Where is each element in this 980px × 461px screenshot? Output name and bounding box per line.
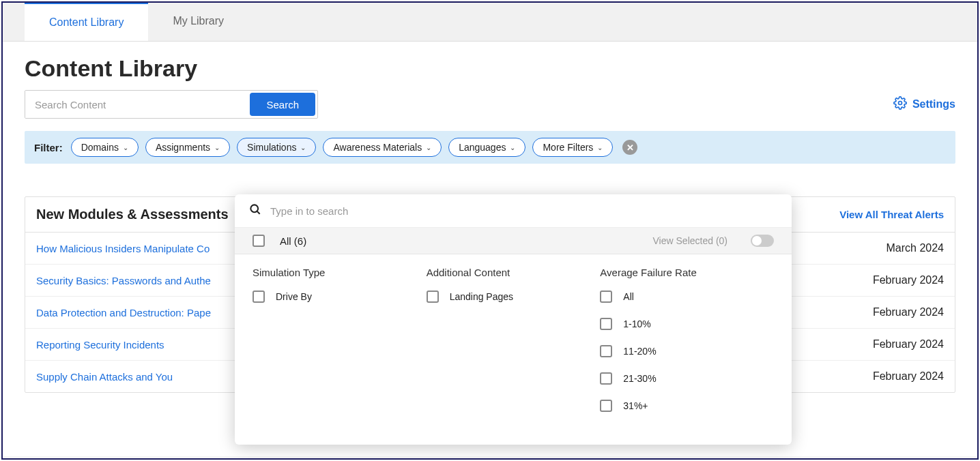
all-label: All (6) xyxy=(280,235,306,247)
column-failure-rate: Average Failure Rate All 1-10% 11-20% 21… xyxy=(600,267,774,427)
filter-pill-awareness[interactable]: Awareness Materials⌄ xyxy=(323,138,442,157)
checkbox[interactable] xyxy=(600,372,612,385)
chevron-down-icon: ⌄ xyxy=(214,144,220,151)
row-date: February 2024 xyxy=(873,370,944,383)
gear-icon xyxy=(893,96,907,113)
column-title: Additional Content xyxy=(427,267,601,278)
simulations-filter-dropdown: All (6) View Selected (0) Simulation Typ… xyxy=(235,194,792,445)
checkbox[interactable] xyxy=(600,400,612,412)
column-title: Average Failure Rate xyxy=(600,267,774,278)
row-link[interactable]: Reporting Security Incidents xyxy=(36,339,164,351)
filter-pill-simulations[interactable]: Simulations⌄ xyxy=(237,138,316,157)
chevron-down-icon: ⌄ xyxy=(426,144,431,151)
pill-label: Assignments xyxy=(156,142,210,153)
row-link[interactable]: Security Basics: Passwords and Authe xyxy=(36,275,211,286)
filter-pill-languages[interactable]: Languages⌄ xyxy=(448,138,525,157)
settings-label: Settings xyxy=(912,98,955,110)
checkbox[interactable] xyxy=(253,291,265,303)
chevron-down-icon: ⌄ xyxy=(597,144,603,151)
option-label: 1-10% xyxy=(623,318,650,329)
option-failure-all[interactable]: All xyxy=(600,291,774,303)
option-failure-21-30[interactable]: 21-30% xyxy=(600,372,774,385)
filter-pill-more[interactable]: More Filters⌄ xyxy=(532,138,613,157)
svg-line-2 xyxy=(257,211,260,214)
svg-point-1 xyxy=(250,205,258,212)
view-selected-label: View Selected (0) xyxy=(653,235,727,246)
page-title: Content Library xyxy=(25,55,955,82)
section-title: New Modules & Assessments xyxy=(36,207,229,222)
option-label: 31%+ xyxy=(623,400,648,411)
search-input[interactable] xyxy=(25,91,248,118)
column-additional-content: Additional Content Landing Pages xyxy=(427,267,601,427)
option-failure-31plus[interactable]: 31%+ xyxy=(600,400,774,412)
tab-my-library[interactable]: My Library xyxy=(148,3,248,41)
pill-label: Domains xyxy=(81,142,119,153)
option-landing-pages[interactable]: Landing Pages xyxy=(427,291,601,303)
tab-bar: Content Library My Library xyxy=(3,3,977,42)
checkbox[interactable] xyxy=(600,318,612,330)
checkbox[interactable] xyxy=(600,291,612,303)
row-link[interactable]: Supply Chain Attacks and You xyxy=(36,371,173,383)
row-date: February 2024 xyxy=(873,306,944,318)
option-label: Drive By xyxy=(276,291,312,302)
tab-content-library[interactable]: Content Library xyxy=(25,2,148,41)
column-title: Simulation Type xyxy=(253,267,427,278)
row-date: March 2024 xyxy=(887,242,945,254)
dropdown-search-input[interactable] xyxy=(270,205,778,217)
pill-label: Languages xyxy=(459,142,506,153)
column-simulation-type: Simulation Type Drive By xyxy=(253,267,427,427)
chevron-down-icon: ⌄ xyxy=(510,144,515,151)
view-all-link[interactable]: View All Threat Alerts xyxy=(839,209,944,220)
filter-label: Filter: xyxy=(34,142,63,153)
row-date: February 2024 xyxy=(873,338,944,351)
option-label: 21-30% xyxy=(623,373,656,384)
row-link[interactable]: Data Protection and Destruction: Pape xyxy=(36,307,211,318)
checkbox[interactable] xyxy=(600,345,612,357)
option-label: Landing Pages xyxy=(450,291,513,302)
option-label: 11-20% xyxy=(623,346,656,357)
row-link[interactable]: How Malicious Insiders Manipulate Co xyxy=(36,243,210,254)
chevron-down-icon: ⌄ xyxy=(300,144,306,151)
option-failure-11-20[interactable]: 11-20% xyxy=(600,345,774,357)
dropdown-header: All (6) View Selected (0) xyxy=(235,228,792,254)
option-drive-by[interactable]: Drive By xyxy=(253,291,427,303)
svg-point-0 xyxy=(898,102,902,105)
row-date: February 2024 xyxy=(873,274,944,286)
view-selected-toggle[interactable] xyxy=(751,235,774,247)
checkbox[interactable] xyxy=(427,291,439,303)
pill-label: Simulations xyxy=(247,142,296,153)
chevron-down-icon: ⌄ xyxy=(123,144,128,151)
pill-label: More Filters xyxy=(543,142,593,153)
filter-pill-assignments[interactable]: Assignments⌄ xyxy=(145,138,230,157)
settings-link[interactable]: Settings xyxy=(893,96,955,113)
search-icon xyxy=(248,203,262,219)
dropdown-search-row xyxy=(235,194,792,228)
pill-label: Awareness Materials xyxy=(333,142,422,153)
option-label: All xyxy=(623,291,634,302)
clear-filters-button[interactable]: ✕ xyxy=(622,140,637,155)
filter-bar: Filter: Domains⌄ Assignments⌄ Simulation… xyxy=(25,131,955,164)
checkbox-all[interactable] xyxy=(253,235,265,247)
filter-pill-domains[interactable]: Domains⌄ xyxy=(71,138,139,157)
search-group: Search xyxy=(25,90,318,119)
option-failure-1-10[interactable]: 1-10% xyxy=(600,318,774,330)
close-icon: ✕ xyxy=(626,143,634,153)
search-button[interactable]: Search xyxy=(250,93,315,116)
